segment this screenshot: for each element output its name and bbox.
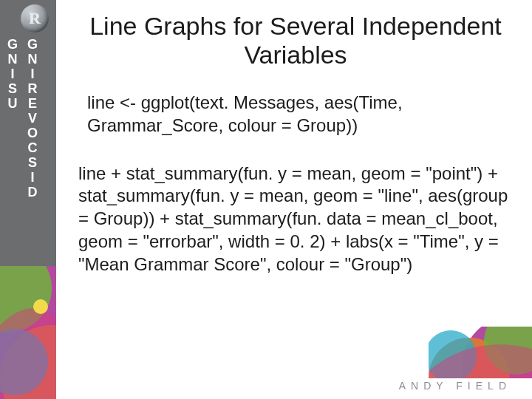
code-block-1: line <- ggplot(text. Messages, aes(Time,… (87, 92, 504, 137)
slide-title: Line Graphs for Several Independent Vari… (81, 12, 510, 69)
svg-point-4 (33, 299, 48, 314)
banner-word-discovering: DISCOVERING (24, 37, 41, 200)
slide-content: Line Graphs for Several Independent Vari… (74, 12, 517, 301)
footer-author: ANDY FIELD (399, 380, 511, 392)
code-block-2: line + stat_summary(fun. y = mean, geom … (78, 163, 513, 276)
r-logo-icon: R (21, 4, 49, 33)
banner-word-using: USING (4, 37, 21, 111)
left-banner: R USING DISCOVERING (0, 0, 56, 399)
footer-abstract-art (429, 327, 532, 378)
banner-abstract-art (0, 266, 56, 399)
r-logo-glyph: R (29, 9, 41, 28)
